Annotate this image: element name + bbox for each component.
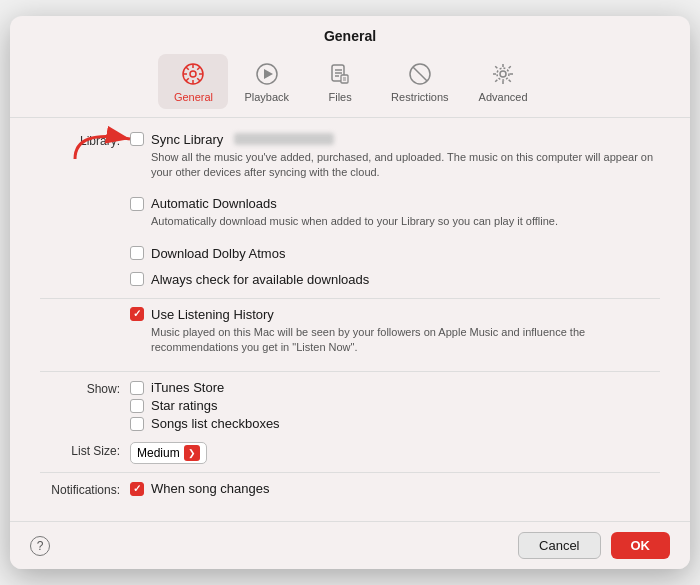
notifications-row: Notifications: When song changes <box>40 481 660 499</box>
tab-advanced-label: Advanced <box>479 91 528 103</box>
tab-restrictions[interactable]: Restrictions <box>377 54 462 109</box>
cancel-button[interactable]: Cancel <box>518 532 600 559</box>
listening-history-label: Use Listening History <box>151 307 274 322</box>
tab-general-label: General <box>174 91 213 103</box>
divider-1 <box>40 298 660 299</box>
auto-downloads-checkbox-row: Automatic Downloads <box>130 196 660 211</box>
sync-library-account <box>234 133 334 145</box>
star-ratings-row: Star ratings <box>130 398 660 413</box>
list-size-label: List Size: <box>40 442 130 458</box>
footer-buttons: Cancel OK <box>518 532 670 559</box>
toolbar: General Playback <box>10 44 690 118</box>
tab-general[interactable]: General <box>158 54 228 109</box>
notifications-checkbox-row: When song changes <box>130 481 660 496</box>
listening-history-checkbox[interactable] <box>130 307 144 321</box>
list-size-select[interactable]: Medium ❯ <box>130 442 207 464</box>
dolby-checkbox-row: Download Dolby Atmos <box>130 246 660 261</box>
svg-line-7 <box>198 78 201 81</box>
auto-downloads-checkbox[interactable] <box>130 197 144 211</box>
when-song-changes-label: When song changes <box>151 481 270 496</box>
ok-button[interactable]: OK <box>611 532 671 559</box>
library-row: Library: Sync Library Show all the <box>40 132 660 189</box>
itunes-store-label: iTunes Store <box>151 380 224 395</box>
list-size-value: Medium <box>137 446 180 460</box>
always-check-row: Always check for available downloads <box>40 272 660 290</box>
svg-point-22 <box>497 68 509 80</box>
sync-library-label: Sync Library <box>151 132 223 147</box>
dolby-checkbox[interactable] <box>130 246 144 260</box>
general-icon <box>179 60 207 88</box>
itunes-store-checkbox[interactable] <box>130 381 144 395</box>
auto-downloads-description: Automatically download music when added … <box>151 214 660 229</box>
auto-downloads-label: Automatic Downloads <box>151 196 277 211</box>
dolby-label: Download Dolby Atmos <box>151 246 285 261</box>
advanced-icon <box>489 60 517 88</box>
list-size-arrow: ❯ <box>184 445 200 461</box>
tab-files-label: Files <box>328 91 351 103</box>
auto-downloads-row: Automatic Downloads Automatically downlo… <box>40 196 660 237</box>
tab-playback[interactable]: Playback <box>230 54 303 109</box>
notifications-checkbox[interactable] <box>130 482 144 496</box>
itunes-store-row: iTunes Store <box>130 380 660 395</box>
divider-2 <box>40 371 660 372</box>
divider-3 <box>40 472 660 473</box>
tab-playback-label: Playback <box>244 91 289 103</box>
sync-library-row: Sync Library <box>130 132 660 147</box>
songs-list-checkbox[interactable] <box>130 417 144 431</box>
help-button[interactable]: ? <box>30 536 50 556</box>
tab-restrictions-label: Restrictions <box>391 91 448 103</box>
listening-history-row: Use Listening History Music played on th… <box>40 307 660 364</box>
listening-history-description: Music played on this Mac will be seen by… <box>151 325 660 356</box>
show-label: Show: <box>40 380 130 396</box>
window-title: General <box>10 16 690 44</box>
list-size-row: List Size: Medium ❯ <box>40 442 660 464</box>
sync-library-description: Show all the music you've added, purchas… <box>151 150 660 181</box>
notifications-label: Notifications: <box>40 481 130 497</box>
footer: ? Cancel OK <box>10 521 690 569</box>
preferences-window: General General <box>10 16 690 570</box>
svg-line-6 <box>186 66 189 69</box>
svg-rect-16 <box>341 75 348 83</box>
star-ratings-label: Star ratings <box>151 398 217 413</box>
content-area: Library: Sync Library Show all the <box>10 118 690 522</box>
library-label: Library: <box>40 132 130 148</box>
star-ratings-checkbox[interactable] <box>130 399 144 413</box>
tab-advanced[interactable]: Advanced <box>465 54 542 109</box>
svg-marker-11 <box>264 69 273 79</box>
svg-line-9 <box>186 78 189 81</box>
library-content: Sync Library Show all the music you've a… <box>130 132 660 189</box>
svg-line-8 <box>198 66 201 69</box>
always-check-checkbox-row: Always check for available downloads <box>130 272 660 287</box>
list-size-controls: Medium ❯ <box>130 442 660 464</box>
dolby-row: Download Dolby Atmos <box>40 246 660 264</box>
always-check-checkbox[interactable] <box>130 272 144 286</box>
listening-history-checkbox-row: Use Listening History <box>130 307 660 322</box>
svg-point-1 <box>190 71 196 77</box>
playback-icon <box>253 60 281 88</box>
tab-files[interactable]: Files <box>305 54 375 109</box>
svg-point-21 <box>500 71 506 77</box>
songs-list-row: Songs list checkboxes <box>130 416 660 431</box>
svg-line-20 <box>413 66 427 80</box>
files-icon <box>326 60 354 88</box>
songs-list-label: Songs list checkboxes <box>151 416 280 431</box>
sync-library-checkbox[interactable] <box>130 132 144 146</box>
always-check-label: Always check for available downloads <box>151 272 369 287</box>
restrictions-icon <box>406 60 434 88</box>
show-row: Show: iTunes Store Star ratings Songs li… <box>40 380 660 434</box>
